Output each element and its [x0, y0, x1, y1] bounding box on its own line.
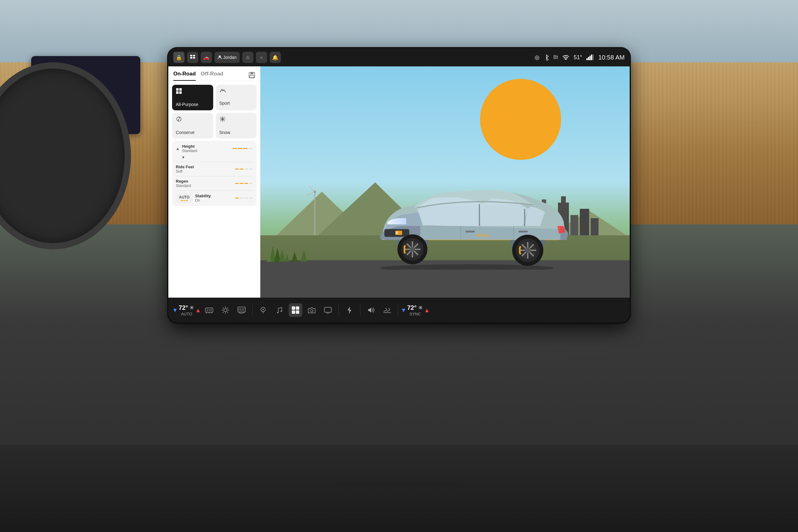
car-icon[interactable]: 🚗: [201, 52, 212, 63]
screen-content: On-Road Off-Road: [168, 66, 630, 298]
heat-icon[interactable]: [380, 303, 394, 317]
stability-labels: Stability On: [195, 193, 232, 203]
divider-center: [339, 304, 339, 316]
sun: [480, 79, 561, 160]
svg-rect-13: [250, 72, 253, 75]
svg-point-95: [263, 309, 264, 310]
right-fan-icon: [418, 305, 423, 310]
snow-icon: [220, 116, 253, 124]
camera-icon[interactable]: [305, 303, 319, 317]
tab-off-road[interactable]: Off-Road: [201, 71, 224, 81]
left-temp-display: 72° AUTO: [178, 304, 194, 316]
bell-icon[interactable]: 🔔: [270, 52, 281, 63]
svg-rect-1: [193, 55, 195, 56]
stability-row: AUTO Stability On: [176, 193, 253, 203]
auto-text: AUTO: [179, 195, 190, 200]
right-sync-label: SYNC: [410, 312, 421, 316]
hvac-icon-2[interactable]: [218, 303, 232, 317]
svg-rect-16: [179, 88, 182, 91]
svg-rect-17: [176, 91, 178, 94]
mode-conserve[interactable]: Conserve: [172, 113, 213, 138]
signal-icon: [586, 55, 594, 60]
home-icon[interactable]: ⌂: [242, 52, 253, 63]
svg-line-87: [227, 307, 228, 308]
volume-icon[interactable]: [364, 303, 378, 317]
divider2: [176, 176, 253, 176]
height-down-arrow[interactable]: ▼: [182, 155, 185, 159]
hvac-icon-1[interactable]: [202, 303, 216, 317]
height-arrows[interactable]: ▲: [176, 147, 179, 151]
plants: [267, 237, 329, 262]
divider3: [176, 190, 253, 191]
auto-dots: [181, 200, 188, 201]
mode-sport[interactable]: Sport: [216, 85, 257, 110]
profile-icon[interactable]: [187, 52, 198, 63]
regen-value: Standard: [176, 184, 232, 188]
height-value: Standard: [182, 149, 230, 153]
lock-icon[interactable]: 🔒: [173, 52, 185, 63]
svg-point-65: [410, 247, 415, 252]
nav-icon[interactable]: [256, 303, 270, 317]
svg-point-80: [224, 308, 227, 312]
left-temp-down[interactable]: ▾: [173, 306, 177, 314]
drive-panel: On-Road Off-Road: [168, 66, 260, 298]
svg-text:RIVIAN: RIVIAN: [476, 233, 489, 238]
user-icon[interactable]: Jordan: [214, 52, 240, 63]
sport-icon: [220, 88, 253, 94]
svg-rect-15: [176, 88, 178, 91]
conserve-icon: [176, 116, 209, 124]
bt-label: Bt: [553, 55, 558, 60]
left-climate: ▾ 72° AUTO ▴: [173, 304, 200, 316]
settings-section: ▲ Height Standard: [172, 141, 256, 206]
svg-rect-0: [190, 55, 192, 56]
divider-right2: [398, 304, 398, 316]
auto-dot-1: [181, 200, 183, 201]
ride-feel-labels: Ride Feel Soft: [176, 165, 232, 174]
svg-rect-14: [250, 75, 254, 78]
right-temp-down[interactable]: ▾: [402, 306, 405, 314]
status-bar: 🔒 🚗 Jordan ⌂ ○ 🔔: [168, 48, 630, 66]
svg-rect-10: [591, 55, 592, 60]
save-icon[interactable]: [248, 72, 255, 80]
location-icon: ◎: [535, 54, 539, 61]
user-name: Jordan: [223, 55, 236, 60]
mode-all-purpose[interactable]: All-Purpose: [172, 85, 213, 110]
svg-rect-18: [179, 91, 182, 94]
left-temp-up[interactable]: ▴: [196, 306, 200, 314]
panel-tabs: On-Road Off-Road: [168, 66, 260, 81]
mode-snow[interactable]: Snow: [216, 113, 257, 138]
svg-point-6: [566, 59, 566, 60]
svg-rect-97: [296, 306, 299, 310]
music-icon[interactable]: [272, 303, 286, 317]
left-fan-icon: [189, 305, 194, 310]
wind-turbine: [304, 186, 326, 235]
drive-mode-icon[interactable]: [289, 303, 302, 317]
wifi-icon: [562, 55, 569, 60]
svg-rect-96: [292, 306, 295, 310]
divider-left: [252, 304, 252, 316]
right-temp-up[interactable]: ▴: [425, 306, 429, 314]
height-up[interactable]: ▲: [176, 147, 179, 151]
screen-icon[interactable]: [321, 303, 335, 317]
auto-section: AUTO: [176, 193, 193, 203]
svg-rect-7: [586, 58, 588, 60]
stability-value: On: [195, 198, 232, 203]
svg-rect-8: [588, 57, 589, 60]
auto-dot-3: [186, 200, 188, 201]
alexa-icon[interactable]: ○: [256, 52, 267, 63]
auto-badge[interactable]: AUTO: [176, 193, 193, 203]
rivian-car: R: [358, 164, 576, 270]
height-down[interactable]: ▼: [182, 155, 185, 159]
height-labels: Height Standard: [182, 144, 230, 153]
all-purpose-icon: [176, 88, 209, 96]
divider1: [176, 162, 253, 162]
auto-dot-2: [183, 200, 185, 201]
ride-feel-name: Ride Feel: [176, 165, 232, 169]
tab-on-road[interactable]: On-Road: [173, 71, 196, 81]
svg-line-88: [223, 312, 224, 313]
panel-body: All-Purpose Sport: [168, 81, 260, 298]
hvac-icon-3[interactable]: [235, 303, 248, 317]
bottom-toolbar: ▾ 72° AUTO ▴: [168, 298, 630, 323]
charge-icon[interactable]: [343, 303, 356, 317]
car-visualization: R: [260, 66, 630, 298]
